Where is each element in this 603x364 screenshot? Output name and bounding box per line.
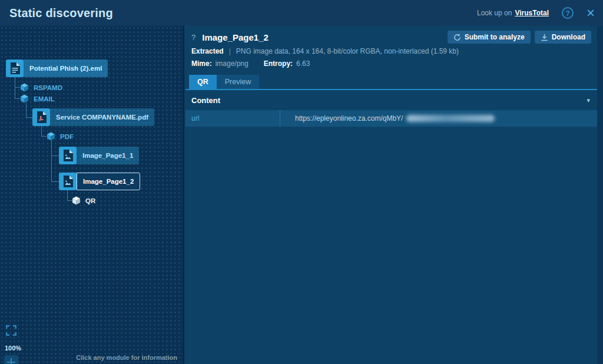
extracted-label: Extracted xyxy=(191,47,224,55)
unknown-type-marker: ? xyxy=(191,33,196,42)
mime-value: image/png xyxy=(216,59,249,68)
lookup-prefix-label: Look up on xyxy=(477,9,512,17)
entropy-value: 6.63 xyxy=(296,59,310,68)
page-title: Static discovering xyxy=(9,6,113,20)
help-icon[interactable]: ? xyxy=(562,7,574,19)
entropy-label: Entropy: xyxy=(264,59,293,68)
tree-connector xyxy=(26,103,26,117)
tree-node-qr[interactable]: QR xyxy=(72,196,95,205)
meta-separator: | xyxy=(227,47,233,55)
tree-node-label: PDF xyxy=(60,133,74,140)
content-row-url[interactable]: url https://epleyonlineo.za.com/qMbY/ xyxy=(185,110,603,127)
extracted-value: PNG image data, 164 x 164, 8-bit/color R… xyxy=(236,47,459,55)
fullscreen-icon[interactable] xyxy=(6,325,16,336)
virustotal-link[interactable]: VirusTotal xyxy=(515,9,549,17)
download-button-label: Download xyxy=(552,33,585,41)
tree-node-pdf-module[interactable]: PDF xyxy=(47,132,74,141)
image-file-icon xyxy=(59,173,77,190)
tree-node-label: Potential Phish (2).eml xyxy=(24,59,108,77)
tree-connector xyxy=(15,98,20,99)
tree-node-label: Service COMPANYNAME.pdf xyxy=(50,108,154,126)
module-tree-panel: Potential Phish (2).eml RSPAMD EMAIL xyxy=(0,26,184,364)
zoom-in-button[interactable] xyxy=(4,355,18,364)
tree-connector xyxy=(15,77,15,98)
eml-file-icon xyxy=(6,59,24,77)
download-button[interactable]: Download xyxy=(535,31,591,44)
url-text: https://epleyonlineo.za.com/qMbY/ xyxy=(295,114,403,123)
scrollbar-track[interactable] xyxy=(597,26,603,364)
tree-connector xyxy=(51,155,59,156)
static-discovering-window: Static discovering Look up on VirusTotal… xyxy=(0,0,603,364)
tree-connector xyxy=(41,136,47,137)
resubmit-icon xyxy=(453,34,461,41)
tree-node-email[interactable]: EMAIL xyxy=(20,94,55,103)
row-value: https://epleyonlineo.za.com/qMbY/ xyxy=(280,114,495,123)
collapse-caret-icon[interactable]: ▾ xyxy=(587,97,590,104)
titlebar: Static discovering Look up on VirusTotal… xyxy=(0,0,603,26)
download-icon xyxy=(541,34,548,41)
tree-node-image2[interactable]: Image_Page1_2 xyxy=(59,173,140,190)
tree-node-label: QR xyxy=(85,197,95,204)
tree-node-label: EMAIL xyxy=(34,95,55,102)
image-file-icon xyxy=(59,147,77,164)
submit-to-analyze-button[interactable]: Submit to analyze xyxy=(448,31,531,44)
tab-qr[interactable]: QR xyxy=(189,75,217,89)
mime-entropy-row: Mime: image/png Entropy: 6.63 xyxy=(185,58,603,68)
tree-node-image1[interactable]: Image_Page1_1 xyxy=(59,147,139,164)
titlebar-actions: Look up on VirusTotal ? × xyxy=(477,7,595,19)
tree-connector xyxy=(26,117,32,118)
details-title: Image_Page1_2 xyxy=(202,32,269,42)
redacted-url-segment xyxy=(406,115,495,122)
mime-label: Mime: xyxy=(191,59,212,68)
tree-node-label: Image_Page1_1 xyxy=(77,147,139,164)
close-icon[interactable]: × xyxy=(587,7,595,19)
extracted-row: Extracted | PNG image data, 164 x 164, 8… xyxy=(185,46,603,56)
tree-connector xyxy=(15,87,20,88)
tree-node-eml-file[interactable]: Potential Phish (2).eml xyxy=(6,59,108,77)
tree-connector xyxy=(67,190,68,200)
tree-node-rspamd[interactable]: RSPAMD xyxy=(20,83,62,92)
submit-button-label: Submit to analyze xyxy=(465,33,525,41)
module-cube-icon xyxy=(20,94,29,103)
details-header: ? Image_Page1_2 Submit to analyze Downlo… xyxy=(185,26,603,44)
details-panel: ? Image_Page1_2 Submit to analyze Downlo… xyxy=(185,26,603,364)
details-tabs: QR Preview xyxy=(185,75,603,90)
module-cube-icon xyxy=(20,83,29,92)
module-cube-icon xyxy=(72,196,81,205)
content-section-header: Content ▾ xyxy=(185,90,603,110)
tree-node-pdf-file[interactable]: Service COMPANYNAME.pdf xyxy=(32,108,154,126)
content-title: Content xyxy=(191,96,587,105)
zoom-level: 100% xyxy=(5,345,21,352)
pdf-file-icon xyxy=(32,108,50,126)
module-cube-icon xyxy=(47,132,55,141)
virustotal-lookup: Look up on VirusTotal xyxy=(477,9,549,17)
tree-node-label: Image_Page1_2 xyxy=(77,173,140,190)
tree-hint-text: Click any module for information xyxy=(76,354,177,361)
tree-node-label: RSPAMD xyxy=(34,84,62,91)
tab-preview[interactable]: Preview xyxy=(217,75,259,89)
row-key: url xyxy=(185,114,280,123)
tree-connector xyxy=(51,181,59,182)
tree-connector xyxy=(41,126,42,136)
tree-connector xyxy=(67,200,72,201)
tree-connector xyxy=(51,140,52,181)
